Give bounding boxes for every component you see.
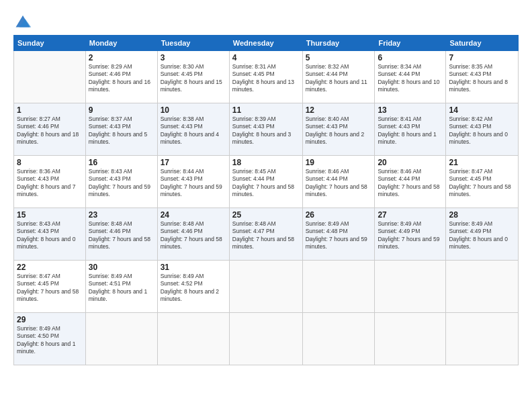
day-info: Sunrise: 8:32 AMSunset: 4:44 PMDaylight:… xyxy=(306,63,372,94)
day-number: 30 xyxy=(89,263,154,272)
day-number: 23 xyxy=(89,210,154,220)
calendar-cell: 25Sunrise: 8:48 AMSunset: 4:47 PMDayligh… xyxy=(229,208,302,261)
calendar-cell: 12Sunrise: 8:40 AMSunset: 4:43 PMDayligh… xyxy=(302,103,375,156)
calendar-cell: 18Sunrise: 8:45 AMSunset: 4:44 PMDayligh… xyxy=(229,156,302,208)
calendar-cell: 23Sunrise: 8:48 AMSunset: 4:46 PMDayligh… xyxy=(85,208,157,261)
calendar-cell: 10Sunrise: 8:38 AMSunset: 4:43 PMDayligh… xyxy=(157,103,229,156)
day-number: 14 xyxy=(449,105,515,115)
col-friday: Friday xyxy=(375,36,446,51)
calendar-table: Sunday Monday Tuesday Wednesday Thursday… xyxy=(13,35,519,365)
col-tuesday: Tuesday xyxy=(157,36,229,51)
day-number: 9 xyxy=(89,105,154,115)
col-sunday: Sunday xyxy=(14,36,86,51)
calendar-cell xyxy=(85,313,157,365)
page: Sunday Monday Tuesday Wednesday Thursday… xyxy=(0,0,532,411)
day-number: 22 xyxy=(17,263,83,272)
calendar-cell: 11Sunrise: 8:39 AMSunset: 4:43 PMDayligh… xyxy=(229,103,302,156)
calendar-cell xyxy=(375,261,446,313)
header xyxy=(13,11,519,30)
day-info: Sunrise: 8:29 AMSunset: 4:46 PMDaylight:… xyxy=(89,63,154,94)
calendar-cell: 27Sunrise: 8:49 AMSunset: 4:49 PMDayligh… xyxy=(375,208,446,261)
calendar-cell: 13Sunrise: 8:41 AMSunset: 4:43 PMDayligh… xyxy=(375,103,446,156)
calendar-cell: 30Sunrise: 8:49 AMSunset: 4:51 PMDayligh… xyxy=(85,261,157,313)
day-number: 24 xyxy=(161,210,226,220)
calendar-cell: 14Sunrise: 8:42 AMSunset: 4:43 PMDayligh… xyxy=(446,103,519,156)
day-info: Sunrise: 8:45 AMSunset: 4:44 PMDaylight:… xyxy=(232,168,300,199)
day-info: Sunrise: 8:49 AMSunset: 4:49 PMDaylight:… xyxy=(449,220,515,251)
day-info: Sunrise: 8:30 AMSunset: 4:45 PMDaylight:… xyxy=(161,63,226,94)
calendar-cell: 21Sunrise: 8:47 AMSunset: 4:45 PMDayligh… xyxy=(446,156,519,208)
day-number: 11 xyxy=(232,105,300,115)
day-number: 26 xyxy=(306,210,372,220)
calendar-cell xyxy=(446,261,519,313)
day-info: Sunrise: 8:48 AMSunset: 4:47 PMDaylight:… xyxy=(232,220,300,251)
day-number: 28 xyxy=(449,210,515,220)
day-number: 31 xyxy=(161,263,226,272)
day-number: 1 xyxy=(17,105,83,115)
calendar-cell xyxy=(229,313,302,365)
day-number: 4 xyxy=(232,53,300,62)
calendar-cell xyxy=(14,51,86,103)
calendar-cell: 26Sunrise: 8:49 AMSunset: 4:48 PMDayligh… xyxy=(302,208,375,261)
logo xyxy=(13,11,35,30)
day-info: Sunrise: 8:49 AMSunset: 4:48 PMDaylight:… xyxy=(306,220,372,251)
calendar-cell: 22Sunrise: 8:47 AMSunset: 4:45 PMDayligh… xyxy=(14,261,86,313)
day-number: 7 xyxy=(449,53,515,62)
day-info: Sunrise: 8:41 AMSunset: 4:43 PMDaylight:… xyxy=(378,116,443,146)
day-number: 19 xyxy=(306,158,372,167)
day-number: 8 xyxy=(17,158,83,167)
day-info: Sunrise: 8:38 AMSunset: 4:43 PMDaylight:… xyxy=(161,116,226,146)
calendar-cell: 5Sunrise: 8:32 AMSunset: 4:44 PMDaylight… xyxy=(302,51,375,103)
day-number: 27 xyxy=(378,210,443,220)
calendar-cell: 29Sunrise: 8:49 AMSunset: 4:50 PMDayligh… xyxy=(14,313,86,365)
day-info: Sunrise: 8:48 AMSunset: 4:46 PMDaylight:… xyxy=(161,220,226,251)
day-info: Sunrise: 8:36 AMSunset: 4:43 PMDaylight:… xyxy=(17,168,83,199)
day-number: 12 xyxy=(306,105,372,115)
day-number: 13 xyxy=(378,105,443,115)
calendar-week-row: 29Sunrise: 8:49 AMSunset: 4:50 PMDayligh… xyxy=(14,313,519,365)
col-saturday: Saturday xyxy=(446,36,519,51)
calendar-cell: 20Sunrise: 8:46 AMSunset: 4:44 PMDayligh… xyxy=(375,156,446,208)
calendar-cell: 7Sunrise: 8:35 AMSunset: 4:43 PMDaylight… xyxy=(446,51,519,103)
day-number: 16 xyxy=(89,158,154,167)
calendar-cell xyxy=(302,313,375,365)
day-info: Sunrise: 8:49 AMSunset: 4:50 PMDaylight:… xyxy=(17,325,83,356)
day-info: Sunrise: 8:37 AMSunset: 4:43 PMDaylight:… xyxy=(89,116,154,146)
calendar-cell: 1Sunrise: 8:27 AMSunset: 4:46 PMDaylight… xyxy=(14,103,86,156)
day-info: Sunrise: 8:35 AMSunset: 4:43 PMDaylight:… xyxy=(449,63,515,94)
calendar-cell xyxy=(446,313,519,365)
day-info: Sunrise: 8:49 AMSunset: 4:52 PMDaylight:… xyxy=(161,273,226,304)
calendar-week-row: 8Sunrise: 8:36 AMSunset: 4:43 PMDaylight… xyxy=(14,156,519,208)
day-info: Sunrise: 8:46 AMSunset: 4:44 PMDaylight:… xyxy=(306,168,372,199)
day-info: Sunrise: 8:43 AMSunset: 4:43 PMDaylight:… xyxy=(89,168,154,199)
day-info: Sunrise: 8:40 AMSunset: 4:43 PMDaylight:… xyxy=(306,116,372,146)
calendar-cell: 9Sunrise: 8:37 AMSunset: 4:43 PMDaylight… xyxy=(85,103,157,156)
col-monday: Monday xyxy=(85,36,157,51)
day-number: 6 xyxy=(378,53,443,62)
day-info: Sunrise: 8:34 AMSunset: 4:44 PMDaylight:… xyxy=(378,63,443,94)
day-info: Sunrise: 8:49 AMSunset: 4:49 PMDaylight:… xyxy=(378,220,443,251)
calendar-week-row: 2Sunrise: 8:29 AMSunset: 4:46 PMDaylight… xyxy=(14,51,519,103)
day-info: Sunrise: 8:49 AMSunset: 4:51 PMDaylight:… xyxy=(89,273,154,304)
calendar-cell: 2Sunrise: 8:29 AMSunset: 4:46 PMDaylight… xyxy=(85,51,157,103)
col-wednesday: Wednesday xyxy=(229,36,302,51)
calendar-cell xyxy=(157,313,229,365)
calendar-cell: 15Sunrise: 8:43 AMSunset: 4:43 PMDayligh… xyxy=(14,208,86,261)
day-info: Sunrise: 8:46 AMSunset: 4:44 PMDaylight:… xyxy=(378,168,443,199)
calendar-cell: 17Sunrise: 8:44 AMSunset: 4:43 PMDayligh… xyxy=(157,156,229,208)
day-number: 25 xyxy=(232,210,300,220)
day-number: 29 xyxy=(17,315,83,324)
day-info: Sunrise: 8:42 AMSunset: 4:43 PMDaylight:… xyxy=(449,116,515,146)
calendar-week-row: 22Sunrise: 8:47 AMSunset: 4:45 PMDayligh… xyxy=(14,261,519,313)
calendar-cell: 3Sunrise: 8:30 AMSunset: 4:45 PMDaylight… xyxy=(157,51,229,103)
header-row: Sunday Monday Tuesday Wednesday Thursday… xyxy=(14,36,519,51)
day-info: Sunrise: 8:47 AMSunset: 4:45 PMDaylight:… xyxy=(449,168,515,199)
calendar-cell: 19Sunrise: 8:46 AMSunset: 4:44 PMDayligh… xyxy=(302,156,375,208)
day-number: 15 xyxy=(17,210,83,220)
day-info: Sunrise: 8:48 AMSunset: 4:46 PMDaylight:… xyxy=(89,220,154,251)
calendar-cell: 31Sunrise: 8:49 AMSunset: 4:52 PMDayligh… xyxy=(157,261,229,313)
day-number: 3 xyxy=(161,53,226,62)
calendar-cell: 6Sunrise: 8:34 AMSunset: 4:44 PMDaylight… xyxy=(375,51,446,103)
day-number: 17 xyxy=(161,158,226,167)
col-thursday: Thursday xyxy=(302,36,375,51)
